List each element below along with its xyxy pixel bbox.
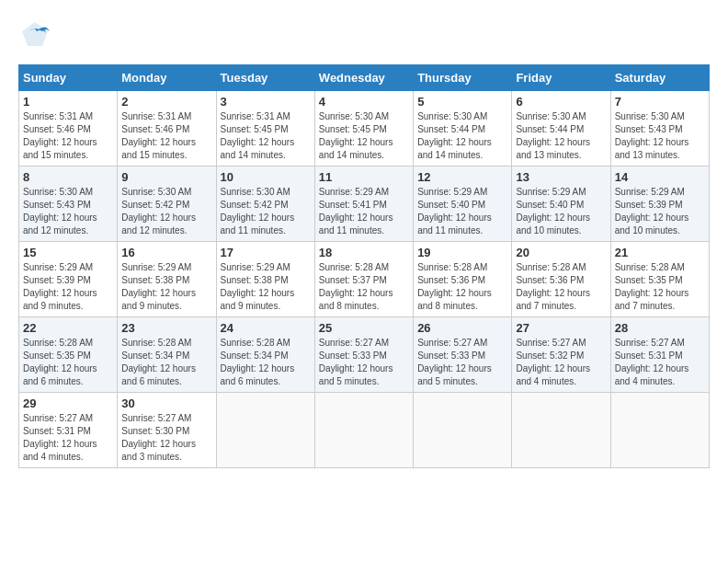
day-info: Sunrise: 5:30 AM Sunset: 5:44 PM Dayligh…: [516, 110, 606, 162]
day-number: 13: [516, 170, 606, 184]
calendar-cell: 24Sunrise: 5:28 AM Sunset: 5:34 PM Dayli…: [216, 317, 314, 393]
day-number: 28: [615, 321, 705, 335]
day-number: 20: [516, 246, 606, 259]
calendar-cell: 28Sunrise: 5:27 AM Sunset: 5:31 PM Dayli…: [610, 317, 709, 393]
calendar-cell: 5Sunrise: 5:30 AM Sunset: 5:44 PM Daylig…: [414, 91, 512, 167]
week-row-3: 15Sunrise: 5:29 AM Sunset: 5:39 PM Dayli…: [19, 242, 710, 317]
day-number: 30: [121, 396, 211, 410]
day-number: 23: [121, 321, 211, 335]
week-row-2: 8Sunrise: 5:30 AM Sunset: 5:43 PM Daylig…: [19, 167, 710, 242]
day-info: Sunrise: 5:30 AM Sunset: 5:42 PM Dayligh…: [221, 186, 311, 237]
day-number: 21: [615, 246, 705, 259]
svg-marker-0: [22, 22, 48, 46]
day-info: Sunrise: 5:31 AM Sunset: 5:45 PM Dayligh…: [221, 110, 311, 162]
calendar-cell: 7Sunrise: 5:30 AM Sunset: 5:43 PM Daylig…: [610, 91, 709, 167]
day-number: 27: [516, 321, 606, 335]
day-info: Sunrise: 5:29 AM Sunset: 5:40 PM Dayligh…: [417, 186, 507, 237]
day-info: Sunrise: 5:29 AM Sunset: 5:39 PM Dayligh…: [23, 261, 113, 313]
day-info: Sunrise: 5:30 AM Sunset: 5:44 PM Dayligh…: [417, 110, 507, 162]
logo: [18, 18, 55, 55]
page-header: [18, 18, 710, 55]
day-info: Sunrise: 5:28 AM Sunset: 5:34 PM Dayligh…: [121, 337, 211, 388]
day-number: 14: [615, 170, 705, 184]
calendar-cell: 4Sunrise: 5:30 AM Sunset: 5:45 PM Daylig…: [314, 91, 413, 167]
calendar-cell: 6Sunrise: 5:30 AM Sunset: 5:44 PM Daylig…: [512, 91, 610, 167]
calendar-cell: 2Sunrise: 5:31 AM Sunset: 5:46 PM Daylig…: [118, 91, 216, 167]
day-info: Sunrise: 5:31 AM Sunset: 5:46 PM Dayligh…: [121, 110, 211, 162]
day-info: Sunrise: 5:28 AM Sunset: 5:36 PM Dayligh…: [516, 261, 606, 313]
calendar-cell: 25Sunrise: 5:27 AM Sunset: 5:33 PM Dayli…: [314, 317, 413, 393]
day-number: 5: [417, 95, 507, 109]
calendar-cell: [314, 393, 413, 468]
calendar-cell: 29Sunrise: 5:27 AM Sunset: 5:31 PM Dayli…: [19, 393, 118, 468]
day-number: 22: [23, 321, 113, 335]
day-info: Sunrise: 5:27 AM Sunset: 5:33 PM Dayligh…: [319, 337, 409, 388]
day-number: 26: [417, 321, 507, 335]
day-number: 1: [23, 95, 113, 109]
calendar-body: 1Sunrise: 5:31 AM Sunset: 5:46 PM Daylig…: [19, 91, 710, 468]
calendar-cell: 30Sunrise: 5:27 AM Sunset: 5:30 PM Dayli…: [118, 393, 216, 468]
calendar-cell: 22Sunrise: 5:28 AM Sunset: 5:35 PM Dayli…: [19, 317, 118, 393]
calendar-cell: 13Sunrise: 5:29 AM Sunset: 5:40 PM Dayli…: [512, 167, 610, 242]
day-info: Sunrise: 5:29 AM Sunset: 5:38 PM Dayligh…: [221, 261, 311, 313]
calendar-table: SundayMondayTuesdayWednesdayThursdayFrid…: [18, 64, 710, 468]
day-number: 8: [23, 170, 113, 184]
weekday-row: SundayMondayTuesdayWednesdayThursdayFrid…: [19, 65, 710, 91]
day-number: 9: [121, 170, 211, 184]
weekday-header-friday: Friday: [512, 65, 610, 91]
calendar-cell: 11Sunrise: 5:29 AM Sunset: 5:41 PM Dayli…: [314, 167, 413, 242]
day-number: 29: [23, 396, 113, 410]
calendar-cell: 16Sunrise: 5:29 AM Sunset: 5:38 PM Dayli…: [118, 242, 216, 317]
day-number: 19: [417, 246, 507, 259]
day-info: Sunrise: 5:29 AM Sunset: 5:38 PM Dayligh…: [121, 261, 211, 313]
calendar-cell: [216, 393, 314, 468]
day-info: Sunrise: 5:28 AM Sunset: 5:35 PM Dayligh…: [23, 337, 113, 388]
day-number: 3: [221, 95, 311, 109]
day-info: Sunrise: 5:27 AM Sunset: 5:30 PM Dayligh…: [121, 412, 211, 464]
day-info: Sunrise: 5:31 AM Sunset: 5:46 PM Dayligh…: [23, 110, 113, 162]
weekday-header-sunday: Sunday: [19, 65, 118, 91]
day-number: 24: [221, 321, 311, 335]
weekday-header-thursday: Thursday: [414, 65, 512, 91]
day-info: Sunrise: 5:30 AM Sunset: 5:42 PM Dayligh…: [121, 186, 211, 237]
calendar-cell: 18Sunrise: 5:28 AM Sunset: 5:37 PM Dayli…: [314, 242, 413, 317]
calendar-cell: 21Sunrise: 5:28 AM Sunset: 5:35 PM Dayli…: [610, 242, 709, 317]
calendar-cell: [414, 393, 512, 468]
day-number: 2: [121, 95, 211, 109]
day-info: Sunrise: 5:27 AM Sunset: 5:31 PM Dayligh…: [23, 412, 113, 464]
day-info: Sunrise: 5:28 AM Sunset: 5:35 PM Dayligh…: [615, 261, 705, 313]
weekday-header-saturday: Saturday: [610, 65, 709, 91]
calendar-cell: [610, 393, 709, 468]
day-info: Sunrise: 5:30 AM Sunset: 5:45 PM Dayligh…: [319, 110, 409, 162]
day-info: Sunrise: 5:29 AM Sunset: 5:40 PM Dayligh…: [516, 186, 606, 237]
week-row-5: 29Sunrise: 5:27 AM Sunset: 5:31 PM Dayli…: [19, 393, 710, 468]
day-number: 11: [319, 170, 409, 184]
day-info: Sunrise: 5:30 AM Sunset: 5:43 PM Dayligh…: [615, 110, 705, 162]
calendar-cell: 19Sunrise: 5:28 AM Sunset: 5:36 PM Dayli…: [414, 242, 512, 317]
day-info: Sunrise: 5:28 AM Sunset: 5:37 PM Dayligh…: [319, 261, 409, 313]
calendar-cell: 8Sunrise: 5:30 AM Sunset: 5:43 PM Daylig…: [19, 167, 118, 242]
day-number: 15: [23, 246, 113, 259]
calendar-cell: 3Sunrise: 5:31 AM Sunset: 5:45 PM Daylig…: [216, 91, 314, 167]
day-number: 10: [221, 170, 311, 184]
calendar-cell: 12Sunrise: 5:29 AM Sunset: 5:40 PM Dayli…: [414, 167, 512, 242]
day-number: 4: [319, 95, 409, 109]
day-info: Sunrise: 5:27 AM Sunset: 5:33 PM Dayligh…: [417, 337, 507, 388]
calendar-cell: 10Sunrise: 5:30 AM Sunset: 5:42 PM Dayli…: [216, 167, 314, 242]
day-info: Sunrise: 5:30 AM Sunset: 5:43 PM Dayligh…: [23, 186, 113, 237]
day-info: Sunrise: 5:28 AM Sunset: 5:36 PM Dayligh…: [417, 261, 507, 313]
calendar-cell: 27Sunrise: 5:27 AM Sunset: 5:32 PM Dayli…: [512, 317, 610, 393]
week-row-1: 1Sunrise: 5:31 AM Sunset: 5:46 PM Daylig…: [19, 91, 710, 167]
calendar-cell: 9Sunrise: 5:30 AM Sunset: 5:42 PM Daylig…: [118, 167, 216, 242]
calendar-cell: 23Sunrise: 5:28 AM Sunset: 5:34 PM Dayli…: [118, 317, 216, 393]
logo-icon: [18, 18, 51, 55]
calendar-cell: 14Sunrise: 5:29 AM Sunset: 5:39 PM Dayli…: [610, 167, 709, 242]
day-number: 7: [615, 95, 705, 109]
day-info: Sunrise: 5:29 AM Sunset: 5:41 PM Dayligh…: [319, 186, 409, 237]
week-row-4: 22Sunrise: 5:28 AM Sunset: 5:35 PM Dayli…: [19, 317, 710, 393]
day-number: 6: [516, 95, 606, 109]
day-number: 17: [221, 246, 311, 259]
calendar-cell: 26Sunrise: 5:27 AM Sunset: 5:33 PM Dayli…: [414, 317, 512, 393]
day-info: Sunrise: 5:28 AM Sunset: 5:34 PM Dayligh…: [221, 337, 311, 388]
day-info: Sunrise: 5:27 AM Sunset: 5:31 PM Dayligh…: [615, 337, 705, 388]
